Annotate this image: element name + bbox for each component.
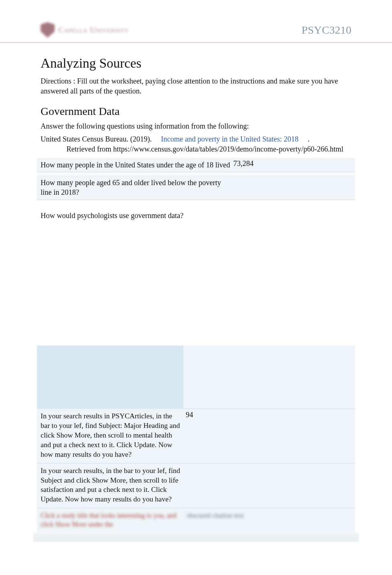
citation-period: . <box>308 135 310 143</box>
directions: Directions : Fill out the worksheet, pay… <box>41 76 351 96</box>
obscured-row: Click a study title that looks interesti… <box>37 508 355 533</box>
page-title: Analyzing Sources <box>41 55 351 71</box>
qa-question: In your search results in PSYCArticles, … <box>41 409 183 463</box>
qa-question: How many people aged 65 and older lived … <box>41 176 233 199</box>
obscured-text: Click a study title that looks interesti… <box>41 511 183 529</box>
obscured-cell-right <box>183 346 355 408</box>
footer-blur <box>33 533 359 542</box>
directions-label: Directions <box>41 77 71 85</box>
lower-block: In your search results in PSYCArticles, … <box>37 346 355 542</box>
page: Capella University PSYC3210 Analyzing So… <box>0 0 392 542</box>
citation-author: United States Census Bureau. (2019). <box>41 135 152 143</box>
spacer <box>41 220 351 346</box>
qa-answer <box>233 176 351 199</box>
row-divider <box>37 173 355 176</box>
course-code: PSYC3210 <box>302 24 351 36</box>
logo: Capella University <box>41 22 129 38</box>
qa-row: How many people aged 65 and older lived … <box>37 176 355 200</box>
section-intro: Answer the following questions using inf… <box>41 122 351 130</box>
qa-row: How many people in the United States und… <box>37 158 355 173</box>
qa-answer: 73,284 <box>233 158 351 171</box>
citation: United States Census Bureau. (2019). Inc… <box>41 134 351 154</box>
qa-question: In your search results, in the bar to yo… <box>41 464 183 508</box>
shield-icon <box>41 22 55 38</box>
qa-row: In your search results in PSYCArticles, … <box>37 408 355 463</box>
qa-answer <box>183 464 351 508</box>
directions-text: : Fill out the worksheet, paying close a… <box>41 77 338 95</box>
header: Capella University PSYC3210 <box>0 22 392 43</box>
obscured-row <box>37 346 355 408</box>
section-heading: Government Data <box>41 105 351 118</box>
qa-row: In your search results, in the bar to yo… <box>37 463 355 508</box>
obscured-cell <box>37 346 183 408</box>
content: Analyzing Sources Directions : Fill out … <box>0 43 392 542</box>
citation-link[interactable]: Income and poverty in the United States:… <box>161 135 299 143</box>
citation-retrieved: Retrieved from https://www.census.gov/da… <box>41 144 351 154</box>
open-question: How would psychologists use government d… <box>41 211 351 220</box>
qa-answer: 94 <box>183 409 351 463</box>
obscured-text: obscured citation text <box>183 511 351 529</box>
institution-name: Capella University <box>58 25 129 35</box>
qa-question: How many people in the United States und… <box>41 158 233 171</box>
